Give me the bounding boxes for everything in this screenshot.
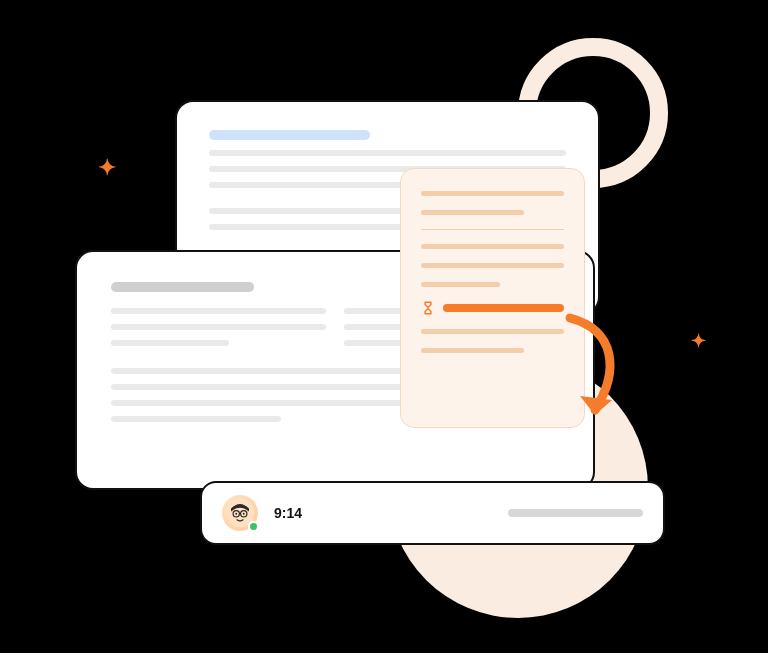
presence-indicator: [248, 521, 259, 532]
placeholder-line: [111, 282, 254, 292]
placeholder-line: [209, 150, 566, 156]
placeholder-line: [111, 340, 229, 346]
placeholder-line: [421, 348, 524, 353]
summary-note-card: [400, 168, 585, 428]
placeholder-line: [421, 210, 524, 215]
highlighted-row: [421, 301, 564, 315]
sparkle-icon: ✦: [691, 330, 706, 352]
svg-point-5: [243, 513, 245, 515]
hourglass-icon: [421, 301, 435, 315]
placeholder-line: [421, 329, 564, 334]
placeholder-line: [421, 191, 564, 196]
highlight-bar: [443, 304, 564, 312]
placeholder-line: [421, 263, 564, 268]
chat-message-bar[interactable]: 9:14: [200, 481, 665, 545]
sparkle-icon: ✦: [98, 155, 116, 181]
avatar[interactable]: [222, 495, 258, 531]
placeholder-line: [111, 416, 281, 422]
illustration-stage: ✦ ✦: [0, 0, 768, 653]
arrow-icon: [560, 310, 630, 430]
placeholder-line: [111, 308, 326, 314]
divider: [421, 229, 564, 230]
placeholder-line: [421, 282, 500, 287]
message-timestamp: 9:14: [274, 505, 302, 521]
placeholder-line: [111, 324, 326, 330]
message-placeholder: [508, 509, 643, 517]
placeholder-line: [209, 130, 370, 140]
svg-point-4: [235, 513, 237, 515]
placeholder-line: [421, 244, 564, 249]
